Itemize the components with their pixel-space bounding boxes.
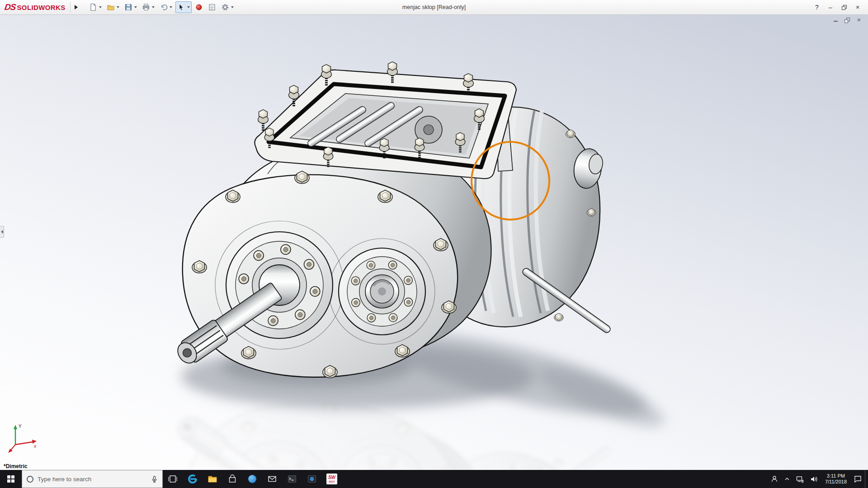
cortana-icon [27,476,33,483]
print-button[interactable] [140,1,156,13]
clock-date: 7/11/2018 [825,479,847,485]
solidworks-window: DS SOLIDWORKS [0,0,868,488]
print-icon [142,3,150,11]
photos-icon [307,474,317,484]
system-tray: 3:11 PM 7/11/2018 [768,470,868,488]
titlebar: DS SOLIDWORKS [0,0,868,15]
restore-icon [844,18,850,23]
save-floppy-icon [124,3,132,11]
people-button[interactable] [768,470,781,488]
taskbar-clock[interactable]: 3:11 PM 7/11/2018 [821,470,851,488]
task-view-icon [168,474,178,484]
rebuild-button[interactable] [193,1,205,13]
doc-restore-button[interactable] [844,17,851,23]
store-bag-icon [227,474,237,484]
document-window-controls: × [832,17,863,23]
people-icon [771,475,778,483]
restore-icon [842,5,847,10]
task-pane-toggle[interactable] [0,226,4,238]
triad-y-label: Y [19,424,22,429]
windows-taskbar: SW 2017 3:11 PM 7/11/2018 [0,470,868,488]
triad-x-label: x [34,444,36,449]
file-explorer-icon [208,474,217,484]
view-orientation-label: *Dimetric [4,463,28,469]
menu-expand-button[interactable] [70,2,78,12]
undo-arrow-icon [160,3,168,11]
volume-button[interactable] [807,470,821,488]
store-button[interactable] [222,470,242,488]
edge-button[interactable] [183,470,203,488]
command-prompt-button[interactable] [282,470,302,488]
action-center-button[interactable] [851,470,865,488]
task-view-button[interactable] [163,470,183,488]
close-icon: × [857,17,861,23]
doc-close-button[interactable]: × [855,17,863,23]
dropdown-caret[interactable] [99,6,102,8]
restore-button[interactable] [837,1,851,13]
window-controls: ? – × [810,1,868,13]
dropdown-caret[interactable] [152,6,155,8]
microphone-icon[interactable] [151,476,158,483]
open-folder-icon [107,3,115,11]
solidworks-2017-button[interactable]: SW 2017 [322,470,342,488]
search-input[interactable] [38,476,147,483]
select-cursor-icon [177,3,185,11]
network-icon [796,476,804,483]
new-document-icon [89,3,97,11]
brand-name: SOLIDWORKS [17,4,65,11]
dropdown-caret[interactable] [170,6,172,8]
mail-button[interactable] [262,470,282,488]
chevron-up-icon [784,476,790,482]
3d-scene[interactable] [0,15,868,470]
close-button[interactable]: × [851,1,864,13]
minimize-icon [834,21,838,22]
graphics-area[interactable]: × Y x *Dimetric [0,15,868,470]
dropdown-caret[interactable] [117,6,119,8]
save-button[interactable] [123,1,139,13]
network-button[interactable] [793,470,807,488]
edge-icon [188,474,198,484]
collapse-arrow-icon [1,230,3,234]
document-title: menjac sklop [Read-only] [402,0,466,15]
expand-arrow-icon [75,5,78,9]
skype-button[interactable] [242,470,262,488]
taskbar-apps: SW 2017 [163,470,342,488]
help-button[interactable]: ? [810,1,824,13]
command-prompt-icon [287,474,297,484]
file-properties-button[interactable] [206,1,218,13]
start-button[interactable] [0,470,22,488]
select-button[interactable] [175,1,192,13]
photos-button[interactable] [302,470,322,488]
file-properties-icon [208,3,216,11]
minimize-button[interactable]: – [824,1,837,13]
undo-button[interactable] [158,1,174,13]
reference-triad: Y x [5,421,42,458]
open-button[interactable] [105,1,121,13]
hidden-icons-button[interactable] [781,470,793,488]
windows-logo-icon [7,475,14,483]
dropdown-caret[interactable] [187,6,190,8]
dropdown-caret[interactable] [134,6,137,8]
action-center-icon [854,475,862,483]
show-desktop-button[interactable] [865,470,868,488]
dassault-mark: DS [4,2,16,12]
clock-time: 3:11 PM [827,473,845,479]
doc-minimize-button[interactable] [832,17,839,23]
standard-toolbar [87,1,236,13]
options-button[interactable] [219,1,236,13]
file-explorer-button[interactable] [203,470,222,488]
new-document-button[interactable] [87,1,104,13]
taskbar-search[interactable] [22,470,163,488]
rebuild-icon [195,3,203,11]
mail-icon [267,474,277,484]
gear-icon [221,3,229,11]
dropdown-caret[interactable] [231,6,234,8]
solidworks-logo: DS SOLIDWORKS [5,2,66,12]
volume-icon [810,476,818,483]
solidworks-2017-icon: SW 2017 [326,474,337,484]
skype-icon [247,474,257,484]
